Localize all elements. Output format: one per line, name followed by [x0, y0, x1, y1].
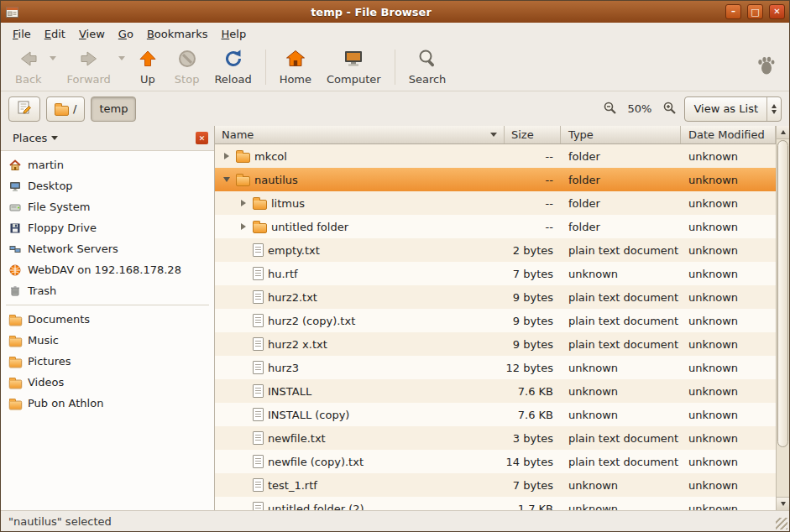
scrollbar-thumb[interactable] [777, 140, 788, 447]
file-row-test-1-rtf[interactable]: test_1.rtf7 bytesunknownunknown [215, 473, 776, 497]
sidebar-item-desktop[interactable]: Desktop [1, 175, 214, 196]
file-row-install[interactable]: INSTALL7.6 KBunknownunknown [215, 379, 776, 403]
expander-collapsed-icon[interactable] [238, 222, 249, 232]
places-selector-button[interactable]: Places [7, 129, 64, 147]
vertical-scrollbar[interactable] [776, 126, 789, 510]
file-name: hu.rtf [268, 268, 298, 280]
menu-go[interactable]: Go [112, 25, 140, 43]
size-cell: 14 bytes [505, 456, 561, 468]
close-button[interactable] [769, 4, 785, 19]
status-text: "nautilus" selected [8, 515, 112, 528]
scroll-down-button[interactable] [777, 497, 789, 510]
file-row-hu-rtf[interactable]: hu.rtf7 bytesunknownunknown [215, 262, 776, 285]
file-row-hurz2-x-txt[interactable]: hurz2 x.txt9 bytesplain text documentunk… [215, 332, 776, 356]
file-row-newfile-txt[interactable]: newfile.txt3 bytesplain text documentunk… [215, 426, 776, 450]
file-row-newfile-copy-txt[interactable]: newfile (copy).txt14 bytesplain text doc… [215, 450, 776, 473]
file-row-install-copy[interactable]: INSTALL (copy)7.6 KBunknownunknown [215, 403, 776, 426]
maximize-button[interactable] [747, 4, 763, 19]
name-cell: mkcol [215, 149, 505, 163]
name-cell: hurz2.txt [215, 290, 505, 304]
sort-indicator-icon [490, 133, 497, 137]
sidebar-item-floppy-drive[interactable]: Floppy Drive [1, 217, 214, 238]
scrollbar-track[interactable] [777, 139, 789, 497]
zoom-out-button[interactable] [601, 99, 620, 119]
edit-location-button[interactable] [8, 96, 40, 122]
file-row-empty-txt[interactable]: empty.txt2 bytesplain text documentunkno… [215, 238, 776, 262]
back-history-dropdown-icon [50, 56, 56, 60]
menu-edit[interactable]: Edit [38, 25, 72, 43]
expander-collapsed-icon[interactable] [238, 198, 249, 208]
text-file-icon [253, 408, 264, 421]
sidebar-item-file-system[interactable]: File System [1, 196, 214, 217]
sidebar-item-network-servers[interactable]: Network Servers [1, 238, 214, 259]
view-mode-spinner[interactable] [766, 97, 781, 121]
text-file-icon [253, 290, 264, 304]
sidebar-item-trash[interactable]: Trash [1, 280, 214, 301]
column-header-label: Date Modified [688, 128, 765, 141]
computer-button[interactable]: Computer [319, 46, 389, 87]
column-header-type[interactable]: Type [561, 126, 681, 143]
column-header-size[interactable]: Size [505, 126, 561, 143]
sidebar-item-pictures[interactable]: Pictures [1, 351, 214, 372]
file-row-hurz3[interactable]: hurz312 bytesunknownunknown [215, 356, 776, 379]
back-button: Back [8, 46, 50, 87]
sidebar-item-label: Desktop [28, 180, 73, 192]
name-cell: INSTALL (copy) [215, 408, 505, 421]
folder-icon [55, 106, 69, 116]
expander-collapsed-icon[interactable] [222, 151, 232, 161]
computer-label: Computer [327, 73, 381, 86]
home-button[interactable]: Home [272, 46, 319, 87]
file-row-untitled-folder[interactable]: untitled folder--folderunknown [215, 215, 776, 238]
sidebar-item-webdav-on-192-168-178-28[interactable]: WebDAV on 192.168.178.28 [1, 259, 214, 280]
file-name: untitled folder (2) [268, 503, 364, 511]
file-row-untitled-folder-2[interactable]: untitled folder (2)1.7 KBunknownunknown [215, 497, 776, 510]
name-cell: untitled folder [215, 220, 505, 233]
folder-icon [236, 176, 250, 186]
sidebar-item-music[interactable]: Music [1, 330, 214, 351]
type-cell: unknown [561, 385, 681, 398]
file-row-mkcol[interactable]: mkcol--folderunknown [215, 144, 776, 168]
sidebar-item-pub-on-athlon[interactable]: Pub on Athlon [1, 393, 214, 414]
title-bar[interactable]: temp - File Browser [1, 1, 789, 23]
text-file-icon [253, 431, 264, 445]
view-mode-combo[interactable]: View as List [684, 96, 782, 122]
forward-arrow-icon [78, 48, 100, 72]
minimize-button[interactable] [725, 4, 741, 19]
file-row-hurz2-txt[interactable]: hurz2.txt9 bytesplain text documentunkno… [215, 285, 776, 309]
file-row-nautilus[interactable]: nautilus--folderunknown [215, 168, 776, 191]
sidebar-item-videos[interactable]: Videos [1, 372, 214, 393]
file-row-hurz2-copy-txt[interactable]: hurz2 (copy).txt9 bytesplain text docume… [215, 309, 776, 332]
search-button[interactable]: Search [401, 46, 454, 87]
path-button-current[interactable]: temp [91, 96, 136, 122]
sidebar-item-label: Videos [28, 376, 64, 389]
expander-expanded-icon[interactable] [222, 175, 232, 185]
column-header-date-modified[interactable]: Date Modified [681, 126, 776, 143]
text-file-icon [253, 384, 264, 398]
up-button[interactable]: Up [128, 46, 167, 87]
desktop-icon [8, 180, 22, 193]
file-name: test_1.rtf [268, 479, 317, 492]
back-arrow-icon [18, 48, 39, 72]
menu-file[interactable]: File [6, 25, 38, 43]
size-cell: 7 bytes [505, 479, 561, 492]
sidebar-header: Places ✕ [1, 126, 214, 151]
type-cell: folder [561, 197, 681, 210]
menu-help[interactable]: Help [215, 25, 254, 43]
column-header-name[interactable]: Name [215, 126, 505, 143]
folder-icon [253, 223, 267, 233]
menu-view[interactable]: View [72, 25, 112, 43]
path-button-root[interactable]: / [46, 96, 85, 122]
folder-icon [253, 200, 267, 210]
menu-bookmarks[interactable]: Bookmarks [140, 25, 215, 43]
sidebar-item-documents[interactable]: Documents [1, 309, 214, 330]
date-modified-cell: unknown [681, 456, 776, 468]
sidebar-close-button[interactable]: ✕ [196, 132, 208, 144]
resize-grip[interactable] [776, 518, 787, 529]
zoom-in-button[interactable] [660, 99, 678, 119]
file-row-litmus[interactable]: litmus--folderunknown [215, 191, 776, 215]
scroll-up-button[interactable] [777, 126, 789, 139]
sidebar-item-label: Floppy Drive [28, 222, 97, 234]
sidebar-item-martin[interactable]: martin [1, 154, 214, 175]
reload-button[interactable]: Reload [207, 46, 259, 87]
expander-spacer [238, 409, 249, 420]
